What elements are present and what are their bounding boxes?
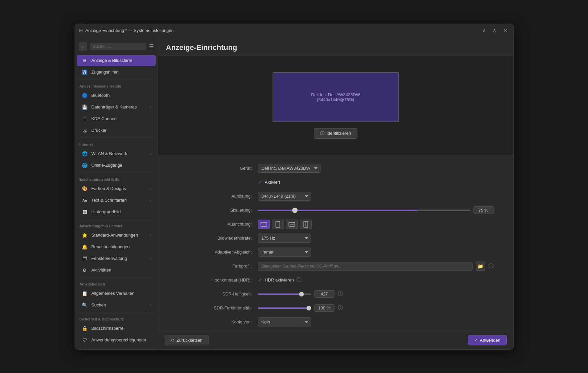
bluetooth-icon: 🔵: [82, 92, 88, 99]
sdr-farbintensitaet-slider[interactable]: [258, 307, 311, 309]
printer-icon: 🖨: [82, 127, 88, 134]
sdr-farbintensitaet-info-icon[interactable]: ⓘ: [338, 305, 343, 311]
sdr-farbintensitaet-value: 100 % ⓘ: [258, 304, 493, 312]
lock-icon: 🔒: [82, 325, 88, 332]
close-button[interactable]: ✕: [501, 27, 509, 34]
kopie-dropdown[interactable]: Kein: [258, 317, 311, 326]
minimize-button[interactable]: ∨: [480, 27, 488, 34]
sidebar-item-bluetooth[interactable]: 🔵 Bluetooth: [77, 90, 156, 101]
folder-icon-btn[interactable]: 📁: [476, 262, 485, 271]
kopie-value: Kein: [258, 317, 493, 326]
geraet-dropdown[interactable]: Dell Inc. Dell AW3423DW: [258, 164, 320, 173]
search-input[interactable]: [90, 43, 146, 50]
sidebar-item-label-fensterverwaltung: Fensterverwaltung: [92, 256, 127, 261]
reset-icon: ↺: [171, 338, 175, 343]
farbprofil-value: 📁 ⓘ: [258, 262, 493, 271]
hochkontrast-value: ✓ HDR aktivieren ⓘ: [258, 277, 493, 283]
divider-4: [78, 219, 154, 219]
aufloesung-dropdown[interactable]: 3440×1440 (21:9) 2560×1080 (21:9) 1920×1…: [258, 192, 311, 201]
section-sicherheit: Sicherheit & Datenschutz: [75, 314, 158, 322]
sidebar-item-label-aktivitaeten: Aktivitäten: [92, 268, 111, 273]
sidebar-item-benachrichtigungen[interactable]: 🔔 Benachrichtigungen: [77, 241, 156, 253]
portrait-icon: [276, 221, 280, 228]
aufloesung-label: Auflösung:: [191, 194, 258, 199]
skalierung-label: Skalierung:: [191, 208, 258, 213]
bildwiederholrate-label: Bildwiederholrate:: [191, 236, 258, 241]
orient-landscape-btn[interactable]: [258, 220, 270, 229]
sidebar-item-label-anzeige: Anzeige & Bildschirm: [92, 58, 132, 63]
settings-area: Gerät: Dell Inc. Dell AW3423DW ✓ Aktivie: [158, 155, 513, 331]
reset-button[interactable]: ↺ Zurücksetzen: [165, 335, 209, 345]
sidebar-item-online-zugaenge[interactable]: 🌐 Online-Zugänge: [77, 160, 156, 171]
adaptiver-value: Immer Nie Automatisch: [258, 248, 493, 257]
sidebar-item-text[interactable]: Aa Text & Schriftarten ›: [77, 195, 156, 206]
sidebar-item-kde-connect[interactable]: 📱 KDE Connect: [77, 113, 156, 124]
section-angeschlossene: Angeschlossene Geräte: [75, 81, 158, 90]
sidebar-item-farben[interactable]: 🎨 Farben & Designs ›: [77, 183, 156, 194]
sidebar-item-datentraeger[interactable]: 💾 Datenträger & Kameras ›: [77, 101, 156, 113]
hdr-checkmark: ✓: [258, 277, 262, 283]
divider-5: [78, 277, 154, 278]
sidebar-item-label-text: Text & Schriftarten: [92, 198, 127, 203]
apply-button[interactable]: ✓ Anwenden: [468, 335, 506, 345]
farbprofil-info-icon[interactable]: ⓘ: [489, 263, 493, 269]
sidebar-item-anwendungsberechtigungen[interactable]: 🛡 Anwendungsberechtigungen: [77, 334, 156, 346]
home-button[interactable]: ⌂: [79, 42, 87, 51]
farbprofil-input[interactable]: [258, 262, 473, 271]
main-body: Dell Inc. Dell AW3423DW (3440x1440@75%) …: [158, 56, 513, 331]
sidebar-item-aktivitaeten[interactable]: ⚙ Aktivitäten: [77, 265, 156, 276]
sdr-helligkeit-display: 427: [314, 290, 334, 298]
sdr-farbintensitaet-display: 100 %: [314, 304, 334, 312]
sidebar-item-drucker[interactable]: 🖨 Drucker: [77, 125, 156, 136]
sidebar-header: ⌂ ☰: [75, 40, 158, 55]
sidebar-item-suchen[interactable]: 🔍 Suchen ›: [77, 299, 156, 311]
kde-connect-icon: 📱: [82, 115, 88, 122]
skalierung-slider[interactable]: [258, 210, 470, 211]
sidebar-item-hintergrundbild[interactable]: 🖼 Hintergrundbild: [77, 206, 156, 218]
sidebar-item-label-zugangshilfen: Zugangshilfen: [92, 70, 119, 75]
section-arbeitsbereich: Arbeitsbereich: [75, 279, 158, 287]
sidebar-item-kde-passwortspeicher[interactable]: 🔑 KDE-Passwortspeicher: [77, 346, 156, 349]
sdr-helligkeit-info-icon[interactable]: ⓘ: [338, 291, 343, 297]
aktiviert-text: Aktiviert: [265, 180, 280, 185]
hochkontrast-row: Hochkontrast (HDR): ✓ HDR aktivieren ⓘ: [191, 274, 493, 286]
bildwiederholrate-dropdown[interactable]: 175 Hz 144 Hz 120 Hz 60 Hz: [258, 234, 311, 243]
svg-rect-0: [261, 222, 267, 226]
colors-icon: 🎨: [82, 185, 88, 192]
hdr-info-icon[interactable]: ⓘ: [296, 277, 301, 283]
text-icon: Aa: [82, 197, 88, 204]
orient-portrait-flip-btn[interactable]: [300, 220, 312, 229]
page-title: Anzeige-Einrichtung: [166, 43, 237, 52]
titlebar: ⊟ Anzeige-Einrichtung * — Systemeinstell…: [75, 24, 513, 37]
sidebar-item-label-drucker: Drucker: [92, 128, 107, 133]
window-icon: ⊟: [79, 28, 83, 33]
orient-portrait-btn[interactable]: [272, 220, 284, 229]
sidebar-item-label-bildschirmsperre: Bildschirmsperre: [92, 326, 124, 331]
sidebar-item-label-kde-connect: KDE Connect: [92, 116, 118, 121]
kopie-label: Kopie von:: [191, 319, 258, 324]
sidebar-item-fensterverwaltung[interactable]: 🗔 Fensterverwaltung ›: [77, 253, 156, 264]
sidebar-item-anzeige[interactable]: 🖥 Anzeige & Bildschirm: [77, 55, 156, 66]
adaptiver-dropdown[interactable]: Immer Nie Automatisch: [258, 248, 311, 257]
sidebar-item-standard[interactable]: ⭐ Standard-Anwendungen ›: [77, 230, 156, 241]
adaptiver-row: Adaptiver Abgleich: Immer Nie Automatisc…: [191, 246, 493, 258]
svg-rect-1: [276, 221, 280, 227]
menu-button[interactable]: ☰: [149, 43, 154, 50]
maximize-button[interactable]: ∧: [490, 27, 498, 34]
identify-button[interactable]: ⓘ Identifizieren: [314, 128, 357, 139]
star-icon: ⭐: [82, 232, 88, 239]
shield-icon: 🛡: [82, 337, 88, 343]
orient-landscape-flip-btn[interactable]: [286, 220, 298, 229]
kopie-row: Kopie von: Kein: [191, 316, 493, 328]
sidebar-item-zugangshilfen[interactable]: ♿ Zugangshilfen: [77, 67, 156, 78]
sidebar-item-label-online: Online-Zugänge: [92, 163, 122, 168]
storage-icon: 💾: [82, 104, 88, 110]
sdr-helligkeit-slider[interactable]: [258, 293, 311, 295]
ausrichtung-label: Ausrichtung:: [191, 222, 258, 227]
behavior-icon: 📋: [82, 290, 88, 297]
sdr-helligkeit-value: 427 ⓘ: [258, 290, 493, 298]
sidebar-item-bildschirmsperre[interactable]: 🔒 Bildschirmsperre: [77, 323, 156, 334]
apply-label: Anwenden: [480, 338, 500, 343]
sidebar-item-wlan[interactable]: 🌐 WLAN & Netzwerk ›: [77, 148, 156, 159]
sidebar-item-allgemeines[interactable]: 📋 Allgemeines Verhalten: [77, 288, 156, 299]
